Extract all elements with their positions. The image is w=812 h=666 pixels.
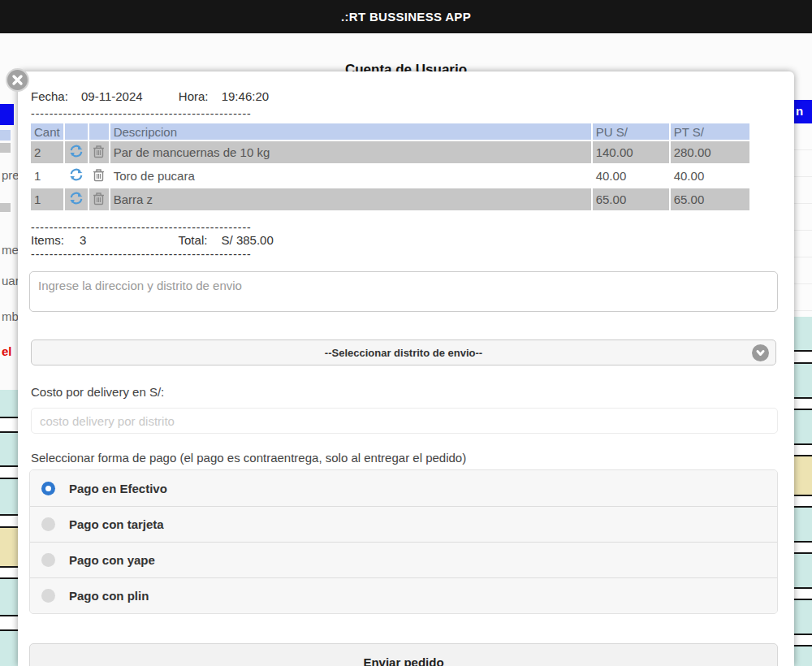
- bg-text-fragment: me: [2, 243, 19, 257]
- radio-unselected-icon[interactable]: [41, 517, 55, 531]
- time-label: Hora:: [179, 89, 209, 103]
- bg-stripe: [794, 317, 812, 350]
- payment-options-list: Pago en Efectivo Pago con tarjeta Pago c…: [29, 469, 778, 614]
- background-left-edge: pre me uar mb el: [0, 0, 18, 666]
- bg-link-fragment[interactable]: el: [2, 344, 19, 358]
- close-modal-button[interactable]: [6, 68, 29, 92]
- bg-stripe: [794, 443, 812, 456]
- app-title-bar: .:RT BUSSINESS APP: [0, 0, 812, 33]
- payment-option-label: Pago en Efectivo: [69, 482, 167, 495]
- bg-text-fragment: uar: [2, 274, 19, 288]
- items-count: 3: [80, 233, 86, 247]
- datetime-row: Fecha: 09-11-2024 Hora: 19:46:20: [31, 89, 269, 103]
- bg-stripe: [794, 587, 812, 600]
- table-row: 1 Toro de pucara 40.00 40.00: [31, 165, 749, 187]
- delete-item-button[interactable]: [93, 192, 105, 205]
- summary-row: Items: 3 Total: S/ 385.00: [31, 233, 274, 247]
- bg-stripe: [794, 456, 812, 495]
- delivery-cost-input[interactable]: [31, 408, 778, 434]
- bg-table-row-fragment: [0, 143, 11, 153]
- bg-stripe: [794, 600, 812, 634]
- nav-button-fragment-left[interactable]: [0, 104, 14, 125]
- payment-option-yape[interactable]: Pago con yape: [30, 542, 777, 577]
- divider-dashes: ----------------------------------------…: [31, 248, 274, 261]
- bg-stripe: [0, 528, 18, 566]
- divider-dashes: ----------------------------------------…: [31, 107, 274, 120]
- table-row: 2 Par de mancuernas de 10 kg 140.00 280.…: [31, 141, 749, 163]
- payment-option-efectivo[interactable]: Pago en Efectivo: [30, 470, 777, 506]
- bg-stripe: [794, 397, 812, 410]
- pt-cell: 65.00: [671, 188, 749, 210]
- header-descripcion: Descripcion: [110, 123, 591, 140]
- bg-stripe: [0, 390, 18, 417]
- payment-option-plin[interactable]: Pago con plin: [30, 577, 777, 613]
- bg-stripe: [0, 631, 18, 666]
- bg-stripe: [0, 514, 18, 528]
- trash-icon: [93, 168, 105, 182]
- background-right-edge: n: [794, 0, 812, 666]
- total-label: Total:: [179, 233, 208, 247]
- pu-cell: 40.00: [593, 165, 669, 187]
- cant-cell: 2: [31, 141, 63, 163]
- bg-stripe: [794, 554, 812, 587]
- bg-stripe: [0, 579, 18, 615]
- delete-item-button[interactable]: [93, 168, 105, 182]
- chevron-down-icon: [752, 344, 769, 361]
- bg-stripe: [794, 364, 812, 397]
- bg-stripe: [0, 566, 18, 579]
- sync-icon: [68, 143, 84, 159]
- bg-stripe: [0, 479, 18, 514]
- bg-text-fragment: mb: [2, 309, 19, 323]
- district-select[interactable]: --Seleccionar distrito de envio--: [31, 339, 776, 365]
- send-order-button[interactable]: Enviar pedido: [29, 643, 778, 666]
- sync-item-button[interactable]: [68, 143, 84, 159]
- district-select-value: --Seleccionar distrito de envio--: [325, 347, 482, 359]
- descripcion-cell: Barra z: [110, 188, 591, 210]
- date-value: 09-11-2024: [81, 89, 143, 103]
- items-label: Items:: [31, 233, 64, 247]
- payment-method-label: Seleccionar forma de pago (el pago es co…: [31, 451, 466, 465]
- divider-dashes: ----------------------------------------…: [31, 221, 274, 234]
- cant-cell: 1: [31, 188, 63, 210]
- trash-icon: [93, 192, 105, 205]
- sync-icon: [68, 190, 84, 206]
- bg-text-fragment: pre: [2, 168, 19, 182]
- delivery-cost-label: Costo por delivery en S/:: [31, 385, 164, 399]
- radio-unselected-icon[interactable]: [41, 589, 55, 603]
- bg-stripe: [0, 465, 18, 479]
- payment-option-label: Pago con tarjeta: [69, 517, 164, 531]
- order-modal: Fecha: 09-11-2024 Hora: 19:46:20 -------…: [18, 71, 794, 666]
- payment-option-tarjeta[interactable]: Pago con tarjeta: [30, 506, 777, 542]
- descripcion-cell: Par de mancuernas de 10 kg: [110, 141, 591, 163]
- bg-table-lines: [794, 123, 812, 317]
- sync-item-button[interactable]: [68, 166, 84, 183]
- bg-table-header-fragment: [0, 130, 11, 141]
- bg-stripe: [0, 417, 18, 433]
- header-update: [65, 123, 88, 140]
- header-cant: Cant: [31, 123, 63, 140]
- table-header-row: Cant Descripcion PU S/ PT S/: [31, 123, 749, 140]
- session-button-fragment[interactable]: n: [794, 100, 812, 124]
- radio-selected-icon[interactable]: [41, 482, 55, 495]
- sync-icon: [68, 166, 84, 183]
- bg-stripe: [0, 615, 18, 631]
- radio-unselected-icon[interactable]: [41, 553, 55, 567]
- header-delete: [89, 123, 109, 140]
- payment-option-label: Pago con yape: [69, 553, 155, 567]
- cant-cell: 1: [31, 165, 63, 187]
- pu-cell: 65.00: [593, 188, 669, 210]
- date-label: Fecha:: [31, 89, 68, 103]
- bg-stripe: [0, 433, 18, 465]
- delete-item-button[interactable]: [93, 145, 105, 158]
- total-value: S/ 385.00: [222, 233, 274, 247]
- order-items-table: Cant Descripcion PU S/ PT S/ 2 Par de ma…: [29, 122, 751, 212]
- header-pu: PU S/: [593, 123, 669, 140]
- bg-stripe: [794, 508, 812, 541]
- header-pt: PT S/: [671, 123, 749, 140]
- bg-stripe: [794, 541, 812, 554]
- payment-option-label: Pago con plin: [69, 589, 149, 603]
- bg-stripe: [794, 647, 812, 666]
- sync-item-button[interactable]: [68, 190, 84, 206]
- bg-stripe: [794, 495, 812, 508]
- address-input[interactable]: [29, 271, 778, 312]
